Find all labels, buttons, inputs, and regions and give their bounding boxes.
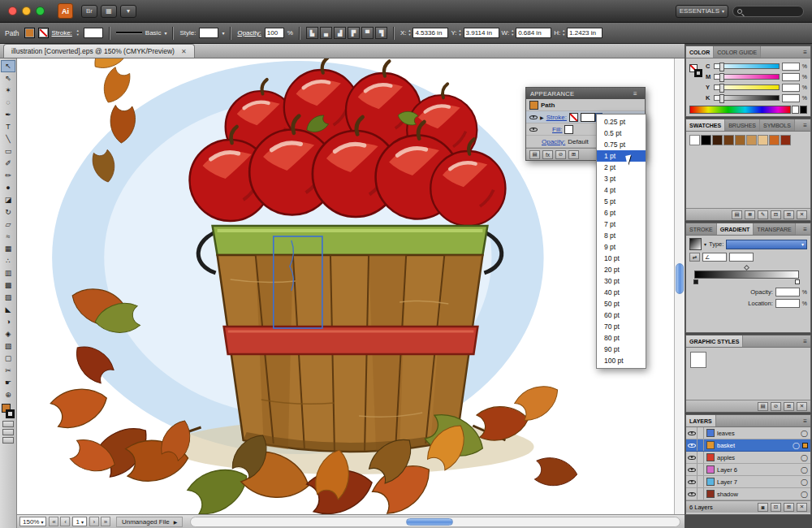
gradient-midpoint-handle[interactable] — [744, 265, 749, 270]
gradient-angle-input[interactable]: ∠ — [702, 253, 727, 262]
layer-visibility-toggle[interactable] — [686, 452, 698, 463]
clear-appearance-button[interactable]: ⊘ — [555, 150, 566, 159]
panel-menu-icon[interactable]: ≡ — [800, 223, 810, 235]
blend-tool[interactable]: ◑ — [1, 316, 15, 328]
layer-lock-toggle[interactable] — [698, 452, 704, 463]
layer-lock-toggle[interactable] — [698, 488, 704, 500]
stroke-weight-stepper[interactable]: ▲▼ — [76, 29, 80, 37]
vertical-scrollbar[interactable] — [674, 58, 685, 514]
previous-page-button[interactable]: ‹ — [60, 517, 70, 526]
bridge-button[interactable]: Br — [81, 5, 97, 18]
document-tab[interactable]: illustration [Converted].eps @ 150% (CMY… — [3, 44, 195, 58]
channel-value-input[interactable] — [782, 63, 800, 71]
close-icon[interactable]: ✕ — [181, 48, 187, 55]
eraser-tool[interactable]: ◪ — [1, 194, 15, 206]
search-input[interactable] — [732, 6, 804, 17]
blob-brush-tool[interactable]: ● — [1, 182, 15, 194]
color-spectrum-bar[interactable] — [689, 106, 791, 114]
window-control-button[interactable] — [36, 6, 45, 15]
layer-visibility-toggle[interactable] — [686, 439, 698, 451]
rectangle-tool[interactable]: ▭ — [1, 145, 15, 158]
new-swatch-button[interactable]: ⊞ — [784, 210, 794, 219]
transform-field-input[interactable]: 4.5336 in — [412, 28, 448, 38]
draw-normal-mode-button[interactable] — [2, 421, 14, 427]
stroke-weight-option[interactable]: 5 pt — [597, 196, 646, 207]
appearance-item-row[interactable]: Path — [526, 99, 645, 111]
make-clipping-mask-button[interactable]: ◙ — [758, 503, 768, 512]
view-options-button[interactable]: ▾ — [120, 5, 136, 18]
stroke-weight-option[interactable]: 0.5 pt — [597, 128, 646, 139]
panel-tab[interactable]: COLOR GUIDE — [714, 46, 761, 58]
status-display[interactable]: Unmanaged File ▶ — [116, 517, 183, 527]
color-swatch[interactable] — [689, 135, 700, 145]
fill-color-swatch[interactable] — [24, 28, 35, 38]
document-canvas[interactable]: APPEARANCE ≡ Path ▶ Stroke: — [17, 58, 685, 528]
transform-field-stepper[interactable]: ▲▼ — [511, 29, 514, 37]
direct-selection-tool[interactable]: ⇖ — [1, 72, 15, 84]
eye-icon[interactable] — [529, 126, 538, 133]
new-effect-button[interactable]: fx — [542, 150, 553, 159]
transform-field-input[interactable]: 0.684 in — [516, 28, 551, 38]
draw-behind-mode-button[interactable] — [2, 429, 14, 435]
artboard-tool[interactable]: ▢ — [1, 353, 15, 365]
delete-layer-button[interactable]: ✕ — [797, 503, 807, 512]
duplicate-item-button[interactable]: ⊞ — [568, 150, 579, 159]
channel-slider[interactable] — [714, 63, 780, 69]
layer-visibility-toggle[interactable] — [686, 488, 698, 500]
panel-tab[interactable]: BRUSHES — [725, 119, 760, 131]
channel-slider[interactable] — [714, 84, 780, 90]
stroke-weight-option[interactable]: 30 pt — [597, 275, 646, 287]
stroke-weight-option[interactable]: 50 pt — [597, 298, 646, 309]
align-horizontal-right-button[interactable]: ▟ — [334, 27, 346, 39]
paintbrush-tool[interactable]: ✐ — [1, 158, 15, 170]
layer-row[interactable]: basket ◯ — [686, 439, 810, 452]
chevron-down-icon[interactable]: ▾ — [704, 241, 706, 247]
align-vertical-center-button[interactable]: ▀ — [361, 27, 374, 39]
layer-name[interactable]: shadow — [717, 491, 799, 498]
stroke-weight-combo-value[interactable] — [581, 113, 595, 122]
stroke-panel-link[interactable]: Stroke: — [52, 29, 72, 37]
stroke-weight-option[interactable]: 2 pt — [597, 162, 646, 173]
color-swatch[interactable] — [701, 135, 711, 145]
align-vertical-bottom-button[interactable]: ▜ — [375, 27, 387, 39]
style-select[interactable] — [199, 28, 218, 38]
reverse-gradient-button[interactable]: ⇄ — [689, 253, 700, 262]
transform-field-stepper[interactable]: ▲▼ — [408, 29, 411, 37]
stroke-weight-option[interactable]: 60 pt — [597, 309, 646, 321]
align-vertical-top-button[interactable]: ▛ — [348, 27, 360, 39]
channel-value-input[interactable] — [782, 94, 800, 102]
graphic-style-thumbnail[interactable] — [690, 352, 706, 368]
transform-field-stepper[interactable]: ▲▼ — [562, 29, 565, 37]
stroke-weight-option[interactable]: 10 pt — [597, 253, 646, 264]
panel-tab[interactable]: GRADIENT — [717, 223, 754, 235]
eye-icon[interactable] — [529, 114, 538, 121]
rotate-tool[interactable]: ↻ — [1, 206, 15, 219]
panel-menu-icon[interactable]: ≡ — [800, 335, 810, 347]
pencil-tool[interactable]: ✏ — [1, 170, 15, 182]
toolbar-stroke-swatch[interactable] — [6, 409, 15, 418]
color-swatch[interactable] — [769, 135, 780, 145]
transform-field-input[interactable]: 3.9114 in — [464, 28, 499, 38]
panel-tab[interactable]: SYMBOLS — [760, 119, 795, 131]
transform-field-input[interactable]: 1.2423 in — [567, 28, 603, 38]
layer-name[interactable]: basket — [717, 442, 791, 449]
last-page-button[interactable]: » — [101, 517, 110, 526]
live-paint-bucket-tool[interactable]: ◈ — [1, 328, 15, 340]
fill-stroke-controls[interactable] — [1, 404, 15, 419]
brush-definition-value[interactable]: Basic — [145, 29, 162, 37]
panel-tab[interactable]: STROKE — [686, 223, 717, 235]
opacity-panel-link[interactable]: Opacity: — [237, 29, 261, 37]
layer-row[interactable]: Layer 6 ◯ — [686, 464, 810, 476]
stroke-weight-option[interactable]: 90 pt — [597, 344, 646, 355]
style-libraries-button[interactable]: ▤ — [758, 402, 768, 411]
appearance-panel-header[interactable]: APPEARANCE ≡ — [526, 88, 645, 99]
slice-tool[interactable]: ✂ — [1, 365, 15, 377]
channel-slider[interactable] — [714, 95, 780, 101]
layer-target-icon[interactable]: ◯ — [793, 442, 800, 449]
stroke-weight-option[interactable]: 1 pt — [597, 150, 646, 162]
layer-row[interactable]: Layer 7 ◯ — [686, 476, 810, 488]
channel-value-input[interactable] — [782, 73, 800, 81]
zoom-tool[interactable]: ⊕ — [1, 389, 15, 401]
stroke-weight-option[interactable]: 100 pt — [597, 355, 646, 366]
panel-tab[interactable]: GRAPHIC STYLES — [686, 335, 743, 347]
